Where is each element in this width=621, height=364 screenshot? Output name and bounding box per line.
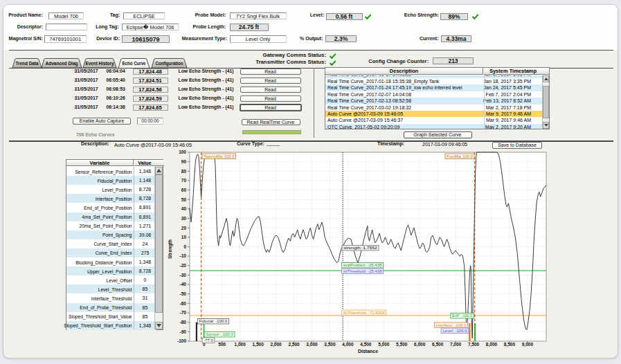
svg-text:6,000: 6,000 bbox=[414, 342, 426, 347]
svg-text:4,500: 4,500 bbox=[360, 342, 372, 347]
svg-text:strength: 1.7552: strength: 1.7552 bbox=[343, 245, 377, 250]
svg-text:Event History: Event History bbox=[86, 61, 114, 66]
svg-text:6,500: 6,500 bbox=[432, 342, 444, 347]
svg-text:3,000: 3,000 bbox=[306, 342, 318, 347]
svg-text:30: 30 bbox=[181, 216, 187, 221]
svg-text:-90: -90 bbox=[180, 329, 187, 334]
svg-text:Configuration: Configuration bbox=[156, 61, 183, 66]
svg-text:2,500: 2,500 bbox=[288, 342, 300, 347]
svg-text:500: 500 bbox=[218, 342, 226, 347]
svg-text:5,500: 5,500 bbox=[396, 342, 408, 347]
svg-text:-100: -100 bbox=[177, 338, 186, 343]
svg-text:10: 10 bbox=[181, 235, 187, 239]
svg-text:Sensor: -100.0: Sensor: -100.0 bbox=[206, 331, 233, 336]
svg-text:Trend Data: Trend Data bbox=[16, 61, 39, 66]
svg-text:9,000: 9,000 bbox=[522, 342, 534, 347]
svg-text:TwentyMa: 100.0: TwentyMa: 100.0 bbox=[204, 154, 235, 158]
svg-text:Echo Curve: Echo Curve bbox=[123, 61, 146, 66]
svg-text:-20: -20 bbox=[180, 263, 187, 268]
svg-text:7,500: 7,500 bbox=[468, 342, 480, 347]
svg-text:EoP: -100.0: EoP: -100.0 bbox=[452, 313, 473, 318]
svg-text:5,000: 5,000 bbox=[378, 342, 390, 347]
svg-text:80: 80 bbox=[181, 169, 187, 174]
svg-text:4,000: 4,000 bbox=[342, 342, 354, 347]
svg-text:90: 90 bbox=[181, 159, 187, 164]
svg-text:1,500: 1,500 bbox=[253, 342, 264, 347]
svg-text:-40: -40 bbox=[180, 282, 187, 286]
svg-text:eopPosition: -25.438: eopPosition: -25.438 bbox=[343, 262, 382, 267]
svg-text:-50: -50 bbox=[180, 291, 187, 296]
svg-text:7,000: 7,000 bbox=[450, 342, 462, 347]
svg-text:1,000: 1,000 bbox=[235, 342, 246, 347]
svg-text:-10: -10 bbox=[180, 253, 187, 258]
svg-text:Advanced Diag: Advanced Diag bbox=[46, 61, 78, 66]
svg-text:8,000: 8,000 bbox=[486, 342, 498, 347]
svg-text:0: 0 bbox=[183, 244, 186, 249]
svg-text:20: 20 bbox=[181, 226, 187, 230]
svg-text:50: 50 bbox=[181, 197, 187, 202]
svg-text:Distance: Distance bbox=[358, 349, 378, 354]
svg-text:-60: -60 bbox=[180, 301, 187, 306]
svg-text:8,500: 8,500 bbox=[504, 342, 516, 347]
svg-text:FourMa: 100.0: FourMa: 100.0 bbox=[447, 154, 473, 158]
svg-text:2,000: 2,000 bbox=[270, 342, 282, 347]
svg-text:40: 40 bbox=[181, 206, 187, 211]
svg-text:-30: -30 bbox=[180, 273, 187, 277]
svg-text:lvlThreshold: -25.438: lvlThreshold: -25.438 bbox=[343, 269, 382, 273]
svg-text:-80: -80 bbox=[180, 320, 187, 325]
svg-text:Fiducial: -100.0: Fiducial: -100.0 bbox=[199, 318, 228, 323]
svg-text:ifcThreshold: -72.8068: ifcThreshold: -72.8068 bbox=[343, 310, 385, 315]
svg-text:Strength: Strength bbox=[168, 239, 173, 259]
svg-text:-77.0: -77.0 bbox=[204, 338, 213, 343]
svg-text:-70: -70 bbox=[180, 310, 187, 315]
svg-text:100: 100 bbox=[179, 149, 186, 154]
svg-text:Interface: -100.0: Interface: -100.0 bbox=[436, 322, 467, 327]
svg-text:Level: -100.0: Level: -100.0 bbox=[442, 328, 467, 333]
svg-text:3,500: 3,500 bbox=[324, 342, 336, 347]
svg-text:70: 70 bbox=[181, 178, 187, 183]
svg-text:60: 60 bbox=[181, 188, 187, 192]
